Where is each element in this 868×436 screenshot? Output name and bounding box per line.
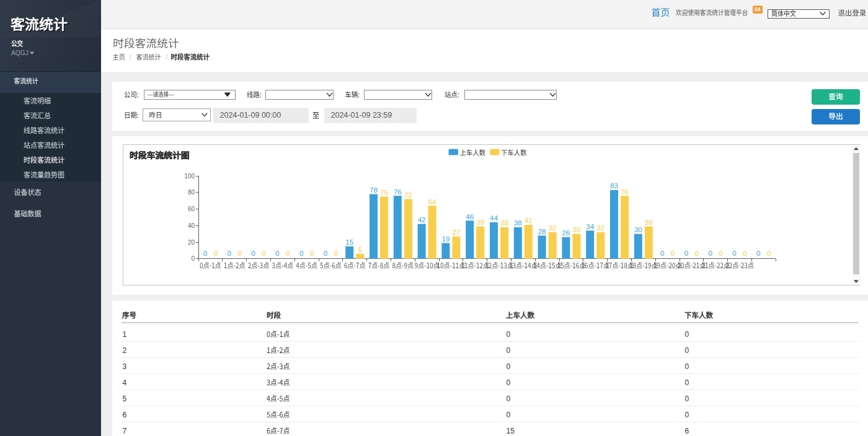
svg-text:38: 38 (514, 219, 522, 227)
svg-text:19: 19 (442, 235, 450, 243)
svg-text:0: 0 (227, 250, 231, 257)
svg-text:0: 0 (275, 250, 279, 257)
svg-text:1: 1 (123, 330, 127, 339)
svg-text:41: 41 (525, 217, 533, 224)
svg-text:30: 30 (573, 226, 581, 233)
svg-text:0: 0 (191, 255, 195, 262)
svg-text:0: 0 (507, 346, 511, 355)
svg-text:2: 2 (123, 346, 127, 355)
svg-text:0: 0 (286, 250, 290, 257)
svg-text:40: 40 (188, 222, 195, 229)
svg-text:60: 60 (188, 206, 195, 212)
svg-text:42: 42 (418, 216, 426, 224)
svg-text:0: 0 (507, 362, 511, 371)
svg-text:0: 0 (324, 250, 327, 257)
svg-text:0: 0 (507, 411, 511, 419)
svg-text:7: 7 (123, 427, 127, 435)
svg-text:0: 0 (756, 250, 760, 257)
svg-text:0: 0 (685, 362, 689, 371)
svg-text:3: 3 (123, 362, 127, 371)
svg-text:0: 0 (719, 250, 722, 257)
svg-text:0: 0 (203, 250, 207, 257)
svg-text:0: 0 (310, 250, 314, 257)
svg-text:2024-01-09 23:59: 2024-01-09 23:59 (331, 111, 392, 120)
svg-text:80: 80 (188, 189, 195, 196)
svg-text:0: 0 (685, 395, 689, 403)
svg-text:0: 0 (251, 250, 255, 257)
svg-text:4: 4 (123, 378, 127, 387)
svg-text:78: 78 (370, 186, 378, 194)
svg-text:39: 39 (476, 219, 484, 226)
svg-text:39: 39 (645, 219, 653, 226)
svg-text:34: 34 (586, 223, 594, 230)
svg-text:44: 44 (490, 214, 498, 222)
svg-text:0: 0 (334, 250, 338, 257)
svg-text:0: 0 (671, 250, 675, 257)
svg-text:0: 0 (685, 378, 689, 387)
svg-text:64: 64 (428, 198, 436, 206)
svg-text:0: 0 (685, 330, 689, 339)
svg-text:75: 75 (380, 189, 388, 196)
svg-text:0: 0 (743, 250, 746, 257)
svg-text:0: 0 (685, 346, 689, 355)
svg-text:76: 76 (394, 188, 402, 196)
svg-text:32: 32 (549, 224, 557, 232)
svg-text:0: 0 (237, 250, 241, 257)
svg-text:28: 28 (538, 228, 546, 235)
svg-text:0: 0 (262, 250, 265, 257)
svg-text:/: / (129, 53, 131, 61)
svg-text:72: 72 (404, 191, 412, 199)
svg-text:0: 0 (214, 250, 218, 257)
svg-text:0: 0 (507, 395, 511, 403)
svg-text:26: 26 (562, 229, 570, 237)
svg-text:83: 83 (610, 182, 618, 190)
svg-text:0: 0 (299, 250, 303, 257)
svg-text:38: 38 (500, 219, 508, 227)
svg-text:0: 0 (507, 378, 511, 387)
svg-text:0: 0 (684, 250, 688, 257)
svg-text:100: 100 (184, 173, 195, 180)
svg-text:0: 0 (732, 250, 736, 257)
svg-text:0: 0 (708, 250, 712, 257)
svg-text:30: 30 (634, 226, 642, 233)
svg-text:2024-01-09 00:00: 2024-01-09 00:00 (220, 111, 281, 120)
svg-text:0: 0 (685, 411, 689, 419)
svg-text:76: 76 (621, 188, 629, 196)
svg-text:15: 15 (507, 427, 515, 435)
svg-text:0: 0 (660, 250, 664, 257)
svg-text:46: 46 (466, 213, 474, 220)
svg-text:AQGJ: AQGJ (11, 50, 29, 56)
svg-text:6: 6 (685, 427, 689, 435)
svg-text:/: / (166, 53, 168, 61)
svg-text:20: 20 (188, 239, 195, 246)
svg-text:27: 27 (453, 229, 461, 236)
svg-text:6: 6 (123, 411, 127, 419)
svg-text:0: 0 (767, 250, 771, 257)
svg-text:5: 5 (123, 395, 127, 403)
svg-text:15: 15 (345, 238, 353, 246)
svg-text:0: 0 (507, 330, 511, 339)
svg-text:34: 34 (754, 6, 760, 12)
svg-text:6: 6 (358, 246, 361, 253)
svg-text:32: 32 (596, 224, 604, 232)
svg-text:0: 0 (695, 250, 699, 257)
